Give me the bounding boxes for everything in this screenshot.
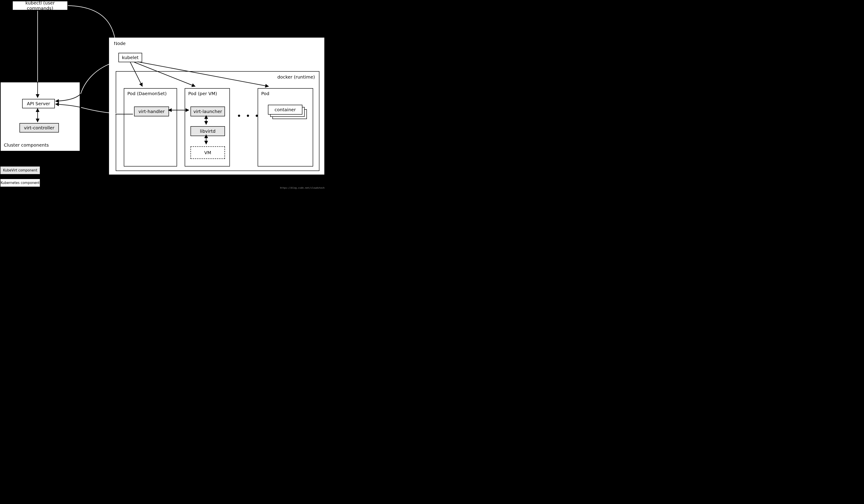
watermark-text: https://blog.csdn.net/cloudvtech bbox=[280, 187, 325, 189]
docker-runtime-label: docker (runtime) bbox=[277, 74, 315, 80]
kubelet-box: kubelet bbox=[118, 53, 142, 62]
kubectl-label: kubectl (user commands) bbox=[13, 0, 68, 11]
virt-handler-box: virt-handler bbox=[134, 107, 169, 116]
kubelet-label: kubelet bbox=[122, 55, 139, 60]
legend-kubevirt-box: KubeVirt component bbox=[0, 166, 40, 175]
virt-controller-label: virt-controller bbox=[24, 125, 55, 131]
virt-launcher-box: virt-launcher bbox=[191, 107, 225, 116]
pod-per-vm-title: Pod (per VM) bbox=[188, 91, 217, 96]
legend-kubevirt-label: KubeVirt component bbox=[3, 168, 37, 172]
kubectl-box: kubectl (user commands) bbox=[12, 1, 68, 10]
container-label: container bbox=[275, 107, 296, 112]
ellipsis-dots: • • • bbox=[237, 112, 260, 120]
cluster-components-panel: API Server virt-controller Cluster compo… bbox=[0, 82, 80, 152]
pod-plain-box: Pod container bbox=[257, 88, 313, 167]
legend-kubernetes-box: Kubernetes component bbox=[0, 179, 40, 187]
api-server-box: API Server bbox=[22, 99, 55, 108]
diagram-canvas: kubectl (user commands) API Server virt-… bbox=[0, 0, 326, 190]
cluster-components-title: Cluster components bbox=[4, 142, 49, 148]
virt-controller-box: virt-controller bbox=[20, 123, 59, 132]
container-box: container bbox=[268, 105, 302, 115]
pod-daemonset-title: Pod (DaemonSet) bbox=[127, 91, 167, 96]
vm-box: VM bbox=[191, 146, 225, 159]
docker-runtime-box: docker (runtime) Pod (DaemonSet) virt-ha… bbox=[116, 71, 320, 171]
legend-kubernetes-label: Kubernetes component bbox=[1, 181, 40, 185]
api-server-label: API Server bbox=[27, 101, 50, 106]
pod-plain-title: Pod bbox=[261, 91, 269, 96]
virt-handler-label: virt-handler bbox=[138, 109, 165, 114]
vm-label: VM bbox=[204, 150, 211, 155]
pod-daemonset-box: Pod (DaemonSet) virt-handler bbox=[124, 88, 177, 167]
node-panel: Node kubelet docker (runtime) Pod (Daemo… bbox=[108, 37, 325, 175]
libvirtd-label: libvirtd bbox=[200, 129, 216, 134]
node-title: Node bbox=[114, 41, 125, 46]
libvirtd-box: libvirtd bbox=[191, 126, 225, 136]
pod-per-vm-box: Pod (per VM) virt-launcher libvirtd VM bbox=[185, 88, 230, 167]
virt-launcher-label: virt-launcher bbox=[193, 109, 222, 114]
